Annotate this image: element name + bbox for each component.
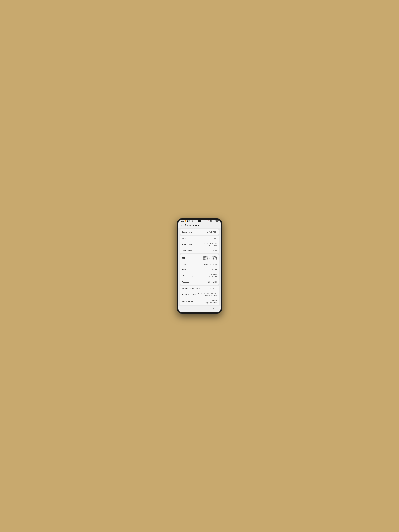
home-nav-icon[interactable]: ○ bbox=[199, 308, 200, 310]
nav-bar: ◁ ○ □ bbox=[178, 306, 221, 312]
kernel-version-label: Kernel version bbox=[182, 301, 193, 303]
emui-version-value: 12.0.0 bbox=[212, 250, 217, 252]
mainline-update-label: Mainline software update bbox=[182, 287, 201, 289]
model-value: ELE-L29 bbox=[210, 237, 217, 239]
software-info-card: Mainline software update 2023-05-01 Q Ba… bbox=[180, 286, 219, 305]
imei-row: IMEI 865584046453731 865584046463748 bbox=[180, 254, 219, 262]
device-name-value: HUAWEI P30 › bbox=[206, 231, 217, 233]
processor-label: Processor bbox=[182, 263, 190, 265]
build-number-row: Build number 12.0.0.134(C431E3R2P2) GPU … bbox=[180, 241, 219, 248]
phone-device: 📶 📳 🔄 ⚡ 💬 ⏰ 15% 9:27 ← About phone bbox=[177, 218, 222, 314]
kernel-version-row: Kernel version 4.14.116 os@localhost #1 bbox=[180, 298, 219, 305]
back-button[interactable]: ← bbox=[181, 224, 183, 227]
imei-label: IMEI bbox=[182, 257, 185, 259]
baseband-version-value: 21C20B392S000C000,21C 20B392S000C000 bbox=[196, 292, 217, 297]
resolution-label: Resolution bbox=[182, 281, 190, 283]
emui-version-label: EMUI version bbox=[182, 250, 192, 252]
ram-label: RAM bbox=[182, 268, 186, 271]
top-bar: ← About phone bbox=[178, 222, 221, 228]
page-title: About phone bbox=[185, 224, 200, 227]
baseband-version-row: Baseband version 21C20B392S000C000,21C 2… bbox=[180, 291, 219, 298]
internal-storage-value: 1.25 GB free 128 GB total bbox=[207, 274, 217, 278]
model-label: Model bbox=[182, 237, 186, 239]
processor-value: Huawei Kirin 980 bbox=[204, 263, 217, 265]
status-left-icons: 📶 📳 🔄 ⚡ 💬 bbox=[180, 220, 194, 222]
recents-nav-icon[interactable]: □ bbox=[213, 308, 214, 310]
status-right-info: ⏰ 15% 9:27 bbox=[208, 220, 219, 222]
device-name-card: Device name HUAWEI P30 › bbox=[180, 229, 219, 234]
battery-fill bbox=[213, 221, 214, 222]
device-name-row[interactable]: Device name HUAWEI P30 › bbox=[180, 229, 219, 234]
clock: 9:27 bbox=[216, 220, 219, 222]
wifi-icon: 📶 bbox=[185, 220, 186, 222]
resolution-value: 2340 x 1080 bbox=[208, 281, 217, 283]
phone-screen: 📶 📳 🔄 ⚡ 💬 ⏰ 15% 9:27 ← About phone bbox=[178, 220, 221, 312]
whatsapp-icon: 💬 bbox=[192, 221, 194, 222]
model-row: Model ELE-L29 bbox=[180, 236, 219, 241]
back-nav-icon[interactable]: ◁ bbox=[185, 308, 186, 310]
build-info-card: Model ELE-L29 Build number 12.0.0.134(C4… bbox=[180, 236, 219, 253]
internal-storage-label: Internal storage bbox=[182, 275, 194, 277]
baseband-version-label: Baseband version bbox=[182, 294, 196, 296]
mainline-update-row: Mainline software update 2023-05-01 Q bbox=[180, 286, 219, 291]
device-name-label: Device name bbox=[182, 231, 192, 233]
chevron-icon: › bbox=[216, 231, 217, 233]
battery-percent: 15% bbox=[210, 220, 212, 222]
imei-value: 865584046453731 865584046463748 bbox=[203, 256, 217, 260]
nfc-icon: 📳 bbox=[187, 221, 188, 222]
battery-saver-icon: ⚡ bbox=[190, 221, 192, 222]
ram-value: 6.0 GB bbox=[212, 268, 217, 271]
hardware-info-card: IMEI 865584046453731 865584046463748 Pro… bbox=[180, 254, 219, 285]
signal-icon-2 bbox=[183, 221, 184, 222]
battery-icon bbox=[213, 220, 216, 222]
build-number-value: 12.0.0.134(C431E3R2P2) GPU Turbo bbox=[197, 242, 217, 247]
processor-row: Processor Huawei Kirin 980 bbox=[180, 262, 219, 267]
kernel-version-value: 4.14.116 os@localhost #1 bbox=[204, 300, 217, 304]
emui-version-row: EMUI version 12.0.0 bbox=[180, 248, 219, 253]
alarm-icon: ⏰ bbox=[208, 221, 209, 222]
content-area: Device name HUAWEI P30 › Model ELE-L29 B… bbox=[178, 228, 221, 306]
resolution-row: Resolution 2340 x 1080 bbox=[180, 279, 219, 285]
signal-icon bbox=[180, 221, 182, 222]
ram-row: RAM 6.0 GB bbox=[180, 267, 219, 272]
internal-storage-row: Internal storage 1.25 GB free 128 GB tot… bbox=[180, 272, 219, 279]
mainline-update-value: 2023-05-01 Q bbox=[207, 287, 217, 289]
build-number-label: Build number bbox=[182, 244, 192, 246]
sync-icon: 🔄 bbox=[188, 221, 190, 222]
